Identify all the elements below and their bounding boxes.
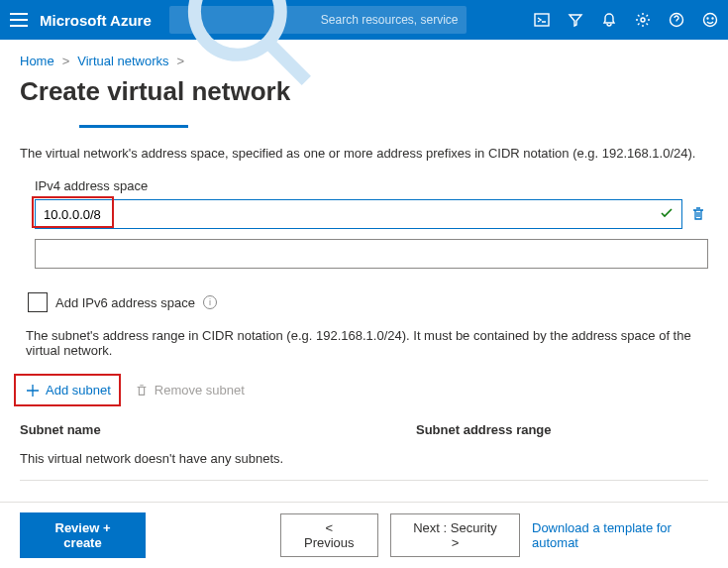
svg-point-3 — [641, 18, 645, 22]
trash-icon — [135, 384, 149, 398]
breadcrumb: Home > Virtual networks > — [20, 54, 708, 68]
ipv4-address-input[interactable] — [35, 199, 682, 229]
svg-point-7 — [712, 18, 713, 19]
breadcrumb-home[interactable]: Home — [20, 54, 54, 68]
remove-subnet-label: Remove subnet — [155, 383, 245, 398]
svg-point-0 — [194, 0, 280, 55]
active-tab-indicator — [79, 125, 188, 128]
breadcrumb-vnet[interactable]: Virtual networks — [77, 54, 168, 68]
checkmark-icon — [659, 205, 675, 221]
previous-button[interactable]: < Previous — [280, 513, 378, 557]
ipv6-checkbox[interactable] — [28, 292, 48, 312]
plus-icon — [26, 384, 40, 398]
ipv4-label: IPv4 address space — [35, 178, 708, 193]
remove-subnet-button: Remove subnet — [135, 383, 245, 398]
delete-icon[interactable] — [688, 206, 708, 222]
page-title: Create virtual network — [20, 76, 708, 107]
info-icon[interactable]: i — [203, 295, 217, 309]
search-input[interactable] — [321, 13, 459, 27]
svg-point-5 — [704, 14, 717, 27]
address-space-description: The virtual network's address space, spe… — [20, 146, 708, 161]
notifications-icon[interactable] — [601, 12, 617, 28]
add-subnet-label: Add subnet — [46, 383, 111, 398]
cloud-shell-icon[interactable] — [534, 12, 550, 28]
ipv6-checkbox-label: Add IPv6 address space — [55, 295, 195, 310]
help-icon[interactable] — [669, 12, 684, 28]
feedback-icon[interactable] — [702, 12, 718, 28]
empty-subnets-message: This virtual network doesn't have any su… — [20, 451, 708, 481]
chevron-right-icon: > — [62, 54, 70, 68]
svg-line-1 — [271, 46, 306, 80]
download-template-link[interactable]: Download a template for automat — [532, 520, 708, 550]
ipv4-address-input-2[interactable] — [35, 239, 708, 269]
add-subnet-button[interactable]: Add subnet — [20, 380, 117, 400]
chevron-right-icon: > — [177, 54, 185, 68]
settings-icon[interactable] — [635, 12, 651, 28]
next-button[interactable]: Next : Security > — [390, 513, 520, 557]
svg-point-6 — [707, 18, 708, 19]
brand-label: Microsoft Azure — [40, 12, 152, 29]
column-subnet-name: Subnet name — [20, 422, 416, 437]
subnet-description: The subnet's address range in CIDR notat… — [26, 328, 708, 358]
global-search[interactable] — [169, 6, 467, 34]
column-subnet-range: Subnet address range — [416, 422, 552, 437]
filter-icon[interactable] — [568, 12, 583, 28]
review-create-button[interactable]: Review + create — [20, 512, 146, 558]
menu-icon[interactable] — [10, 13, 28, 27]
